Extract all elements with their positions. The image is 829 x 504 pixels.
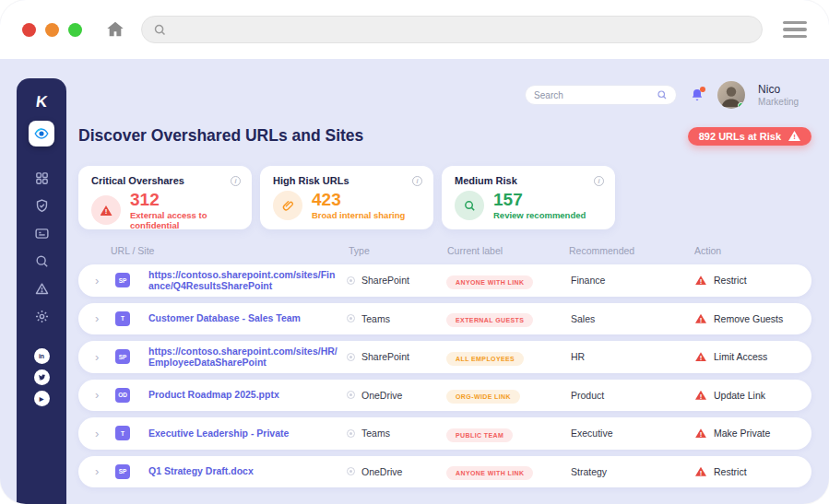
address-bar[interactable] [141,16,763,43]
stat-card-high[interactable]: High Risk URLs i 423 Broad internal shar… [260,166,433,229]
row-action[interactable]: Limit Access [695,351,811,362]
stat-label: Medium Risk [455,175,517,186]
online-status-dot [738,102,744,109]
sidebar-item-reports[interactable] [34,226,50,241]
table-row[interactable]: › OD Product Roadmap 2025.pptx OneDrive … [78,380,811,412]
row-action-label: Update Link [714,390,765,401]
minimize-window-button[interactable] [45,23,59,37]
current-label-chip: EXTERNAL GUESTS [446,313,533,327]
app-logo[interactable]: K [35,93,48,111]
source-badge: SP [115,349,130,364]
search-icon [34,253,50,269]
stat-subtitle: Review recommended [493,210,586,220]
row-action[interactable]: Update Link [695,390,811,401]
info-icon[interactable]: i [594,176,604,186]
table-row[interactable]: › T Executive Leadership - Private Teams… [78,417,811,450]
close-window-button[interactable] [22,23,36,37]
chevron-right-icon[interactable]: › [95,312,115,324]
risk-badge-label: 892 URLs at Risk [699,131,781,142]
row-recommended: Strategy [571,466,695,477]
stat-label: Critical Overshares [91,175,184,186]
grid-icon [34,170,50,186]
maximize-window-button[interactable] [68,23,82,37]
row-url-link[interactable]: https://contoso.sharepoint.com/sites/HR/… [148,346,347,369]
row-recommended: Executive [571,428,695,439]
info-icon[interactable]: i [412,176,422,186]
stat-subtitle: External access to confidential [130,210,241,230]
chevron-right-icon[interactable]: › [95,389,115,401]
warning-triangle-icon [695,428,706,438]
row-url-link[interactable]: Product Roadmap 2025.pptx [148,389,347,401]
twitter-icon[interactable] [34,369,50,385]
row-action-label: Restrict [714,466,747,477]
menu-icon[interactable] [783,21,807,39]
linkedin-icon[interactable]: in [34,348,50,364]
warning-triangle-icon [695,352,706,361]
row-url-link[interactable]: Executive Leadership - Private [148,428,347,440]
sidebar-item-alerts[interactable] [34,281,50,297]
page-title: Discover Overshared URLs and Sites [78,126,363,146]
row-recommended: Sales [571,313,695,324]
user-role: Marketing [758,97,799,107]
table-row[interactable]: › SP Q1 Strategy Draft.docx OneDrive ANY… [78,456,811,488]
main-content: Nico Marketing Discover Overshared URLs … [78,59,811,504]
paperclip-icon [273,191,302,220]
sidebar-item-settings[interactable] [34,309,50,324]
stat-card-medium[interactable]: Medium Risk i 157 Review recommended [442,166,615,229]
type-ring-icon [347,391,355,399]
row-action[interactable]: Restrict [695,466,811,477]
sidebar-item-protection[interactable] [34,198,50,214]
home-icon[interactable] [104,19,126,40]
warning-triangle-icon [695,314,706,323]
address-input[interactable] [172,23,751,36]
eye-icon [33,125,50,142]
search-input[interactable] [534,90,657,100]
chevron-right-icon[interactable]: › [95,275,115,287]
chevron-right-icon[interactable]: › [95,465,115,477]
notifications-bell-icon[interactable] [690,88,705,102]
stat-cards: Critical Overshares i 312 External acces… [78,166,811,229]
table-row[interactable]: › SP https://contoso.sharepoint.com/site… [78,264,811,297]
row-url-link[interactable]: Customer Database - Sales Team [148,312,347,324]
sidebar-item-discover[interactable] [29,121,54,147]
warning-triangle-icon [788,131,800,141]
risk-badge[interactable]: 892 URLs at Risk [688,127,811,146]
sidebar-nav [34,170,50,324]
row-recommended: Product [571,390,695,401]
current-label-chip: PUBLIC TEAM [446,428,513,442]
search-icon [153,23,167,37]
warning-triangle-icon [91,195,121,225]
table-row[interactable]: › SP https://contoso.sharepoint.com/site… [78,341,811,373]
stat-card-critical[interactable]: Critical Overshares i 312 External acces… [78,166,252,229]
chevron-right-icon[interactable]: › [95,351,115,363]
column-header-recommended: Recommended [569,245,694,256]
table-row[interactable]: › T Customer Database - Sales Team Teams… [78,303,811,335]
source-badge: OD [115,388,130,403]
avatar[interactable] [717,81,745,109]
row-action[interactable]: Make Private [695,428,811,439]
row-type: SharePoint [361,351,409,362]
row-recommended: Finance [571,275,695,286]
type-ring-icon [347,276,355,285]
chevron-right-icon[interactable]: › [95,428,115,440]
row-action-label: Restrict [714,275,747,286]
page-area: K [0,59,829,504]
alert-triangle-icon [34,281,50,297]
row-type: Teams [361,313,390,324]
row-action[interactable]: Remove Guests [695,313,811,324]
row-url-link[interactable]: Q1 Strategy Draft.docx [148,465,347,477]
sidebar-item-dashboard[interactable] [34,170,50,186]
column-header-action: Action [694,245,811,256]
user-name: Nico [758,83,799,96]
row-url-link[interactable]: https://contoso.sharepoint.com/sites/Fin… [148,269,347,292]
type-ring-icon [347,314,355,322]
search-box[interactable] [525,85,677,105]
info-icon[interactable]: i [231,176,241,186]
youtube-icon[interactable]: ▶ [34,391,50,406]
sidebar: K [17,78,66,504]
sidebar-item-search[interactable] [34,253,50,269]
row-type: SharePoint [361,275,409,286]
row-action[interactable]: Restrict [695,275,811,286]
stat-subtitle: Broad internal sharing [312,210,405,220]
id-card-icon [34,226,50,241]
